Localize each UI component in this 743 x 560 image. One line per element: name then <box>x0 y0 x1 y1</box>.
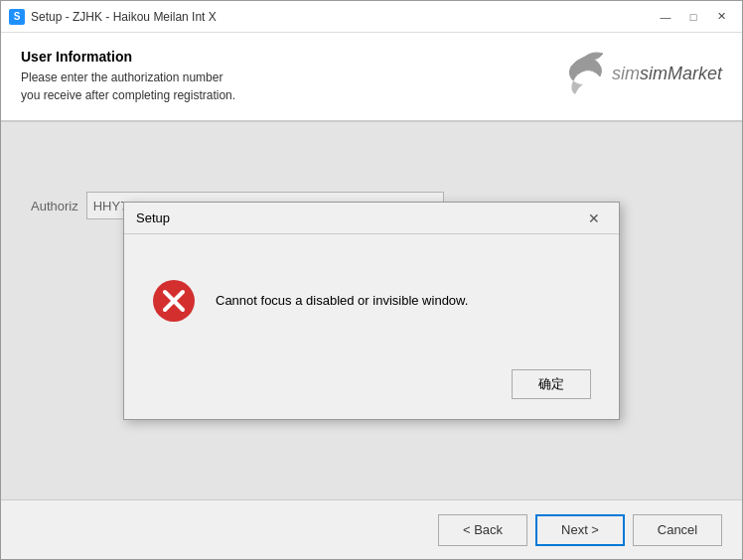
modal-overlay: Setup ✕ Cannot focus a disabled or invis… <box>1 122 742 499</box>
back-button[interactable]: < Back <box>438 514 527 546</box>
header-desc-line2: you receive after completing registratio… <box>21 86 235 104</box>
header-title: User Information <box>21 49 235 65</box>
bird-icon <box>555 49 610 98</box>
window-title: Setup - ZJHK - Haikou Meilan Int X <box>31 10 653 24</box>
dialog-message: Cannot focus a disabled or invisible win… <box>216 291 468 311</box>
content-area: Authoriz Setup ✕ Canno <box>1 122 742 499</box>
maximize-button[interactable]: □ <box>680 6 706 28</box>
error-icon <box>152 279 196 323</box>
next-button[interactable]: Next > <box>535 514 625 546</box>
simmarket-logo: simsimMarket <box>555 49 722 98</box>
dialog-close-button[interactable]: ✕ <box>581 208 607 229</box>
footer: < Back Next > Cancel <box>1 499 742 559</box>
cancel-button[interactable]: Cancel <box>633 514 722 546</box>
dialog-ok-button[interactable]: 确定 <box>512 369 591 399</box>
brand-label: simsimMarket <box>612 64 722 84</box>
dialog-title: Setup <box>136 210 581 225</box>
dialog-footer: 确定 <box>124 359 619 419</box>
header-text: User Information Please enter the author… <box>21 49 235 104</box>
header-area: User Information Please enter the author… <box>1 33 742 122</box>
main-window: S Setup - ZJHK - Haikou Meilan Int X — □… <box>0 0 743 560</box>
minimize-button[interactable]: — <box>653 6 678 28</box>
window-close-button[interactable]: ✕ <box>708 6 734 28</box>
dialog: Setup ✕ Cannot focus a disabled or invis… <box>123 202 620 420</box>
title-bar: S Setup - ZJHK - Haikou Meilan Int X — □… <box>1 1 742 33</box>
dialog-title-bar: Setup ✕ <box>124 203 619 234</box>
dialog-body: Cannot focus a disabled or invisible win… <box>124 234 619 359</box>
window-controls: — □ ✕ <box>653 6 734 28</box>
header-desc-line1: Please enter the authorization number <box>21 69 235 86</box>
app-icon: S <box>9 9 25 25</box>
